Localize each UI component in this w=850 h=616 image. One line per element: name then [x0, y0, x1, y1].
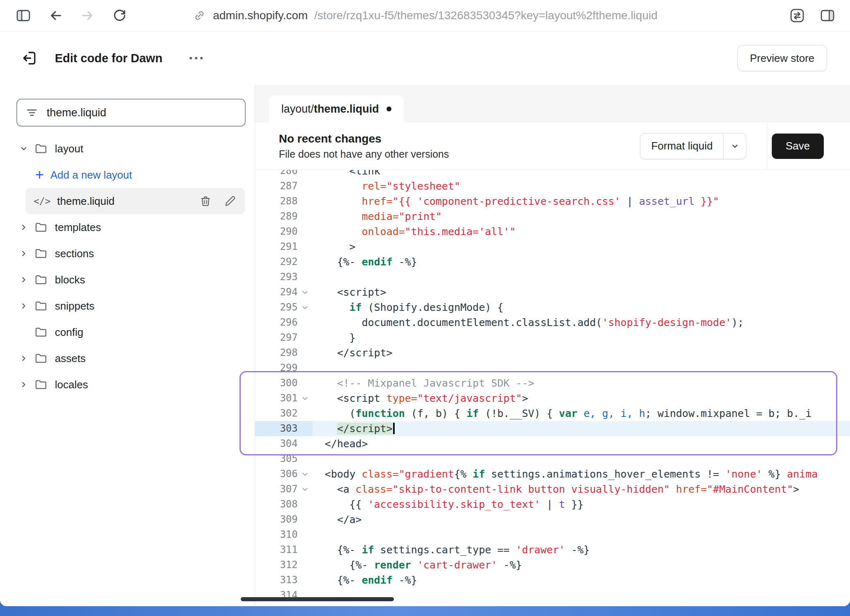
code-line-305[interactable]: 305: [255, 451, 850, 467]
code-line-313[interactable]: 313 {%- endif -%}: [255, 573, 850, 588]
fold-spacer: [298, 421, 312, 436]
exit-icon: [20, 49, 38, 67]
forward-button[interactable]: [79, 7, 96, 24]
fold-spacer: [298, 436, 312, 451]
code-text: {{ 'accessibility.skip_to_text' | t }}: [312, 497, 583, 512]
fold-toggle-icon[interactable]: [298, 391, 312, 406]
rename-file-button[interactable]: [224, 195, 237, 208]
code-line-289[interactable]: 289 media="print": [255, 209, 850, 224]
unsaved-changes-dot: [387, 106, 391, 111]
search-input[interactable]: [46, 106, 237, 120]
line-number: 307: [255, 482, 298, 497]
reload-button[interactable]: [111, 7, 128, 24]
fold-toggle-icon[interactable]: [298, 467, 312, 482]
save-button[interactable]: Save: [772, 134, 824, 159]
line-number: 303: [255, 421, 298, 436]
code-line-296[interactable]: 296 document.documentElement.classList.a…: [255, 315, 850, 330]
fold-spacer: [298, 179, 312, 194]
fold-spacer: [298, 497, 312, 512]
more-options-button[interactable]: [185, 53, 207, 63]
format-liquid-button[interactable]: Format liquid: [640, 133, 746, 159]
line-number: 296: [255, 315, 298, 330]
line-number: 292: [255, 254, 298, 270]
code-line-293[interactable]: 293: [255, 270, 850, 285]
horizontal-scrollbar-thumb[interactable]: [241, 597, 394, 601]
delete-file-button[interactable]: [199, 195, 212, 208]
code-line-307[interactable]: 307 <a class="skip-to-content-link butto…: [255, 482, 850, 497]
fold-toggle-icon[interactable]: [298, 300, 312, 315]
code-text: </a>: [312, 512, 362, 527]
line-number: 297: [255, 330, 298, 345]
line-number: 302: [255, 406, 298, 421]
tree-item-layout[interactable]: layout: [0, 136, 255, 162]
code-line-288[interactable]: 288 href="{{ 'component-predictive-searc…: [255, 194, 850, 209]
tree-item-snippets[interactable]: snippets: [0, 293, 255, 319]
code-line-298[interactable]: 298 </script>: [255, 345, 850, 360]
tree-item-label: blocks: [55, 274, 85, 286]
trash-icon: [199, 195, 212, 208]
fold-spacer: [298, 270, 312, 285]
code-text: document.documentElement.classList.add('…: [312, 315, 744, 330]
line-number: 293: [255, 270, 298, 285]
code-viewport[interactable]: 286 <link287 rel="stylesheet"288 href="{…: [255, 170, 850, 606]
code-line-309[interactable]: 309 </a>: [255, 512, 850, 527]
tree-item-assets[interactable]: assets: [0, 345, 255, 371]
fold-toggle-icon[interactable]: [298, 285, 312, 300]
forward-arrow-icon: [79, 7, 96, 24]
folder-icon: [34, 378, 47, 391]
line-number: 298: [255, 345, 298, 360]
page-title: Edit code for Dawn: [55, 52, 163, 65]
code-line-308[interactable]: 308 {{ 'accessibility.skip_to_text' | t …: [255, 497, 850, 512]
exit-code-editor-button[interactable]: [20, 49, 38, 67]
code-line-306[interactable]: 306 <body class="gradient{% if settings.…: [255, 467, 850, 482]
add-new-layout-button[interactable]: + Add a new layout: [0, 162, 255, 188]
url-domain: admin.shopify.com: [213, 9, 307, 22]
code-line-301[interactable]: 301 <script type="text/javascript">: [255, 391, 850, 406]
url-bar[interactable]: admin.shopify.com/store/rzq1xu-f5/themes…: [192, 9, 658, 23]
fold-spacer: [298, 557, 312, 573]
fold-toggle-icon[interactable]: [298, 482, 312, 497]
fold-spacer: [298, 376, 312, 391]
code-line-300[interactable]: 300 <!-- Mixpanel Javascript SDK -->: [255, 376, 850, 391]
tree-item-theme-liquid-selected[interactable]: </> theme.liquid: [25, 188, 245, 214]
chevron-right-icon: [18, 222, 29, 233]
line-number: 287: [255, 179, 298, 194]
file-search-box[interactable]: [16, 99, 246, 127]
code-line-297[interactable]: 297 }: [255, 330, 850, 345]
tree-item-config[interactable]: config: [0, 319, 255, 345]
extensions-button[interactable]: [789, 7, 806, 24]
code-line-304[interactable]: 304 </head>: [255, 436, 850, 451]
tab-layout-theme-liquid[interactable]: layout/theme.liquid: [269, 95, 404, 122]
code-line-310[interactable]: 310: [255, 527, 850, 542]
line-number: 305: [255, 451, 298, 467]
code-line-291[interactable]: 291 >: [255, 239, 850, 254]
line-number: 291: [255, 239, 298, 254]
chevron-down-icon: [18, 143, 29, 154]
tree-item-locales[interactable]: locales: [0, 371, 255, 398]
tree-item-templates[interactable]: templates: [0, 214, 255, 240]
preview-store-button[interactable]: Preview store: [737, 45, 827, 71]
sidebar-toggle-button[interactable]: [15, 7, 32, 24]
chevron-right-icon: [18, 274, 29, 285]
code-line-286[interactable]: 286 <link: [255, 170, 850, 179]
split-view-button[interactable]: [819, 7, 836, 24]
back-button[interactable]: [47, 7, 64, 24]
tree-item-sections[interactable]: sections: [0, 240, 255, 267]
folder-icon: [34, 221, 47, 234]
code-file-icon: </>: [34, 196, 51, 206]
code-line-287[interactable]: 287 rel="stylesheet": [255, 179, 850, 194]
code-text: rel="stylesheet": [312, 179, 460, 194]
tree-item-blocks[interactable]: blocks: [0, 267, 255, 293]
code-line-292[interactable]: 292 {%- endif -%}: [255, 254, 850, 270]
format-options-toggle[interactable]: [724, 134, 746, 159]
code-line-295[interactable]: 295 if (Shopify.designMode) {: [255, 300, 850, 315]
code-line-294[interactable]: 294 <script>: [255, 285, 850, 300]
code-line-299[interactable]: 299: [255, 360, 850, 376]
code-line-312[interactable]: 312 {%- render 'cart-drawer' -%}: [255, 557, 850, 573]
fold-spacer: [298, 406, 312, 421]
fold-spacer: [298, 360, 312, 376]
code-line-303[interactable]: 303 </script>: [255, 421, 850, 436]
code-line-290[interactable]: 290 onload="this.media='all'": [255, 224, 850, 239]
code-line-302[interactable]: 302 (function (f, b) { if (!b.__SV) { va…: [255, 406, 850, 421]
code-line-311[interactable]: 311 {%- if settings.cart_type == 'drawer…: [255, 542, 850, 557]
